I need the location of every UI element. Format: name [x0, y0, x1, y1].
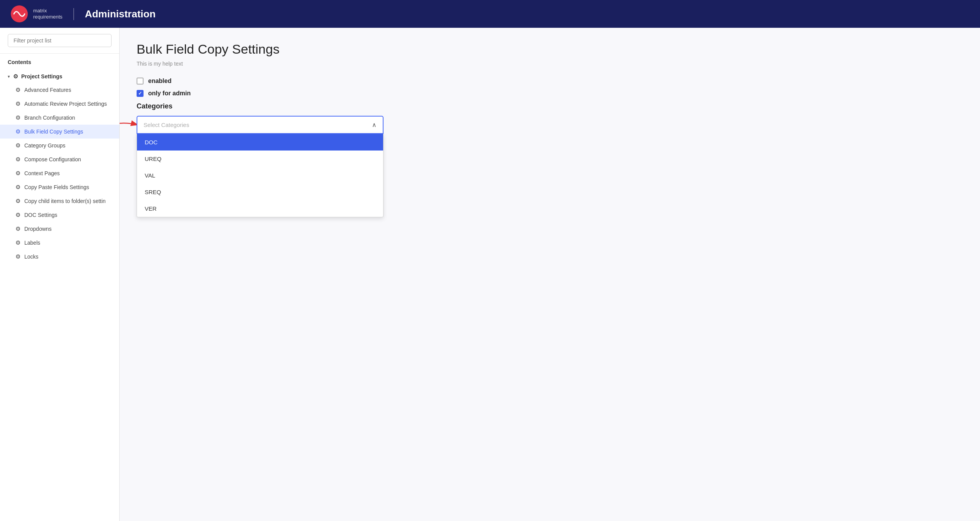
- main-content: Bulk Field Copy Settings This is my help…: [120, 28, 980, 521]
- sidebar-item-compose-configuration[interactable]: ⚙Compose Configuration: [0, 152, 119, 166]
- select-container: Select Categories ∧ DOCUREQVALSREQVER: [137, 116, 384, 134]
- sidebar-item-automatic-review[interactable]: ⚙Automatic Review Project Settings: [0, 97, 119, 111]
- logo-icon: [11, 5, 28, 22]
- help-text: This is my help text: [137, 61, 963, 67]
- filter-container: [0, 28, 119, 54]
- chevron-down-icon: ▾: [8, 74, 10, 79]
- nav-item-gear-icon: ⚙: [15, 184, 20, 191]
- nav-item-label: Category Groups: [24, 142, 66, 149]
- logo-subtext: requirements: [33, 14, 63, 20]
- nav-section: ▾ ⚙ Project Settings ⚙Advanced Features⚙…: [0, 68, 119, 265]
- nav-item-label: Automatic Review Project Settings: [24, 101, 107, 107]
- nav-item-gear-icon: ⚙: [15, 253, 20, 260]
- nav-parent-project-settings[interactable]: ▾ ⚙ Project Settings: [0, 70, 119, 83]
- sidebar-item-category-groups[interactable]: ⚙Category Groups: [0, 139, 119, 152]
- nav-item-label: Dropdowns: [24, 226, 52, 232]
- only-admin-row: only for admin: [137, 90, 963, 97]
- page-title: Bulk Field Copy Settings: [137, 42, 963, 57]
- nav-item-gear-icon: ⚙: [15, 170, 20, 177]
- sidebar-item-doc-settings[interactable]: ⚙DOC Settings: [0, 208, 119, 222]
- contents-label: Contents: [0, 54, 119, 68]
- sidebar-item-copy-paste-fields[interactable]: ⚙Copy Paste Fields Settings: [0, 180, 119, 194]
- enabled-row: enabled: [137, 78, 963, 85]
- sidebar: Contents ▾ ⚙ Project Settings ⚙Advanced …: [0, 28, 120, 521]
- logo-name: matrix: [33, 8, 63, 14]
- logo-brand: matrix requirements: [33, 8, 63, 20]
- sidebar-item-copy-child-items[interactable]: ⚙Copy child items to folder(s) settin: [0, 194, 119, 208]
- nav-item-gear-icon: ⚙: [15, 198, 20, 205]
- sidebar-item-context-pages[interactable]: ⚙Context Pages: [0, 166, 119, 180]
- dropdown-item-sreq[interactable]: SREQ: [137, 184, 383, 200]
- nav-item-label: Advanced Features: [24, 87, 71, 93]
- dropdown-item-ver[interactable]: VER: [137, 200, 383, 217]
- dropdown-list: DOCUREQVALSREQVER: [137, 134, 384, 217]
- nav-item-gear-icon: ⚙: [15, 225, 20, 232]
- select-placeholder: Select Categories: [144, 122, 189, 128]
- header-title: Administration: [73, 8, 155, 20]
- chevron-up-icon: ∧: [372, 121, 377, 129]
- nav-item-label: Copy child items to folder(s) settin: [24, 198, 106, 204]
- project-settings-gear-icon: ⚙: [13, 73, 18, 80]
- dropdown-item-doc[interactable]: DOC: [137, 134, 383, 151]
- nav-item-label: Context Pages: [24, 170, 60, 176]
- sidebar-item-locks[interactable]: ⚙Locks: [0, 250, 119, 264]
- select-trigger[interactable]: Select Categories ∧: [137, 116, 384, 134]
- nav-parent-label: Project Settings: [21, 73, 63, 80]
- categories-label: Categories: [137, 102, 963, 110]
- nav-item-gear-icon: ⚙: [15, 142, 20, 149]
- nav-item-gear-icon: ⚙: [15, 114, 20, 121]
- nav-item-label: DOC Settings: [24, 212, 57, 218]
- app-header: matrix requirements Administration: [0, 0, 980, 28]
- nav-item-gear-icon: ⚙: [15, 128, 20, 135]
- sidebar-item-bulk-field-copy[interactable]: ⚙Bulk Field Copy Settings: [0, 125, 119, 139]
- nav-item-label: Bulk Field Copy Settings: [24, 129, 83, 135]
- nav-item-gear-icon: ⚙: [15, 86, 20, 93]
- nav-item-gear-icon: ⚙: [15, 239, 20, 246]
- filter-input[interactable]: [8, 34, 112, 47]
- logo-container: matrix requirements: [11, 5, 63, 22]
- nav-items-list: ⚙Advanced Features⚙Automatic Review Proj…: [0, 83, 119, 264]
- enabled-label: enabled: [148, 78, 171, 85]
- dropdown-item-val[interactable]: VAL: [137, 167, 383, 184]
- nav-item-label: Copy Paste Fields Settings: [24, 184, 89, 190]
- sidebar-item-labels[interactable]: ⚙Labels: [0, 236, 119, 250]
- nav-item-label: Branch Configuration: [24, 115, 75, 121]
- only-admin-label: only for admin: [148, 90, 191, 97]
- sidebar-item-advanced-features[interactable]: ⚙Advanced Features: [0, 83, 119, 97]
- nav-item-label: Locks: [24, 254, 39, 260]
- main-layout: Contents ▾ ⚙ Project Settings ⚙Advanced …: [0, 28, 980, 521]
- nav-item-gear-icon: ⚙: [15, 211, 20, 218]
- nav-item-gear-icon: ⚙: [15, 100, 20, 107]
- nav-item-gear-icon: ⚙: [15, 156, 20, 163]
- enabled-checkbox[interactable]: [137, 78, 144, 85]
- dropdown-item-ureq[interactable]: UREQ: [137, 151, 383, 167]
- only-admin-checkbox[interactable]: [137, 90, 144, 97]
- nav-item-label: Labels: [24, 240, 40, 246]
- logo-text-block: matrix requirements: [33, 8, 63, 20]
- nav-item-label: Compose Configuration: [24, 156, 81, 162]
- select-wrapper: Select Categories ∧ DOCUREQVALSREQVER: [137, 116, 384, 134]
- sidebar-item-dropdowns[interactable]: ⚙Dropdowns: [0, 222, 119, 236]
- sidebar-item-branch-configuration[interactable]: ⚙Branch Configuration: [0, 111, 119, 125]
